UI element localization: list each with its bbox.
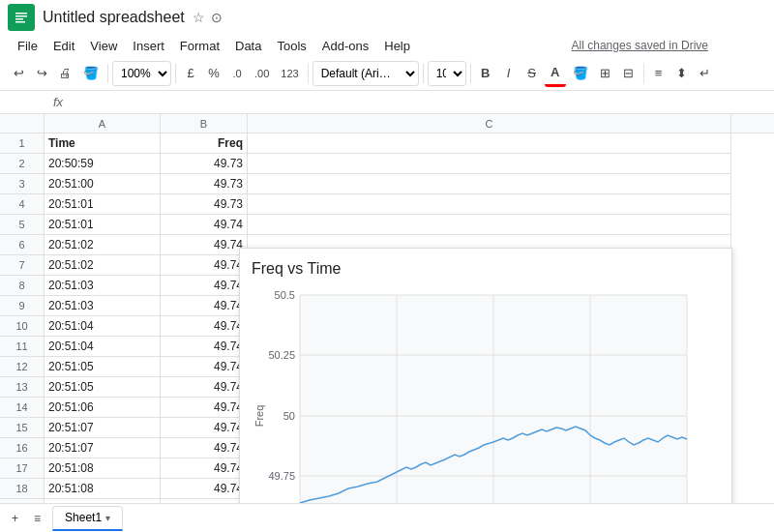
cell-c-2[interactable]: [248, 154, 731, 174]
menu-edit[interactable]: Edit: [45, 37, 82, 55]
sheet-menu-button[interactable]: ≡: [26, 506, 48, 531]
cell-a-11[interactable]: 20:51:04: [45, 337, 161, 357]
percent-button[interactable]: %: [203, 60, 224, 87]
cell-b-3[interactable]: 49.73: [161, 174, 248, 194]
cell-c-3[interactable]: [248, 174, 731, 194]
star-icon[interactable]: ☆: [193, 10, 205, 25]
separator-6: [643, 64, 644, 83]
menu-format[interactable]: Format: [172, 37, 227, 55]
cell-b-5[interactable]: 49.74: [161, 215, 248, 235]
table-row: TimeFreq: [45, 133, 731, 154]
cell-c-5[interactable]: [248, 215, 731, 235]
history-icon[interactable]: ⊙: [211, 10, 223, 25]
cell-b-11[interactable]: 49.74: [161, 337, 248, 357]
cell-b-4[interactable]: 49.73: [161, 194, 248, 215]
cell-b-14[interactable]: 49.74: [161, 398, 248, 418]
paint-format-button[interactable]: 🪣: [78, 60, 104, 87]
separator-1: [107, 64, 108, 83]
cell-c-4[interactable]: [248, 194, 731, 215]
title-bar: Untitled spreadsheet ☆ ⊙: [0, 0, 774, 35]
undo-button[interactable]: ↩: [8, 60, 29, 87]
cell-a-3[interactable]: 20:51:00: [45, 174, 161, 194]
cell-b-2[interactable]: 49.73: [161, 154, 248, 174]
decimal1-button[interactable]: .0: [226, 60, 248, 87]
cell-b-15[interactable]: 49.74: [161, 418, 248, 438]
svg-rect-1: [15, 13, 27, 15]
print-button[interactable]: 🖨: [54, 60, 76, 87]
cell-a-9[interactable]: 20:51:03: [45, 296, 161, 316]
cell-a-13[interactable]: 20:51:05: [45, 377, 161, 398]
fill-color-button[interactable]: 🪣: [568, 60, 593, 87]
cell-b-1[interactable]: Freq: [161, 133, 248, 154]
menu-tools[interactable]: Tools: [269, 37, 313, 55]
wrap-button[interactable]: ↵: [695, 60, 716, 87]
sheet1-tab[interactable]: Sheet1 ▾: [52, 506, 123, 531]
currency-button[interactable]: £: [180, 60, 201, 87]
formula-input[interactable]: [69, 96, 770, 109]
cell-a-7[interactable]: 20:51:02: [45, 255, 161, 276]
menu-view[interactable]: View: [82, 37, 125, 55]
table-row: 20:51:0149.74: [45, 215, 731, 235]
decimal2-button[interactable]: .00: [250, 60, 274, 87]
cell-b-8[interactable]: 49.74: [161, 276, 248, 296]
cell-a-8[interactable]: 20:51:03: [45, 276, 161, 296]
cell-a-17[interactable]: 20:51:08: [45, 458, 161, 479]
chart-svg: .axis-label { font-size: 11px; fill: #5f…: [252, 285, 716, 503]
add-sheet-button[interactable]: +: [4, 506, 26, 531]
menu-data[interactable]: Data: [227, 37, 269, 55]
cell-a-18[interactable]: 20:51:08: [45, 479, 161, 499]
cell-a-2[interactable]: 20:50:59: [45, 154, 161, 174]
fx-label: fx: [47, 95, 69, 109]
separator-2: [175, 64, 176, 83]
cell-a-16[interactable]: 20:51:07: [45, 438, 161, 458]
bold-button[interactable]: B: [475, 60, 496, 87]
cell-a-1[interactable]: Time: [45, 133, 161, 154]
merge-button[interactable]: ⊟: [618, 60, 640, 87]
title-icons: ☆ ⊙: [193, 10, 223, 25]
cell-b-13[interactable]: 49.74: [161, 377, 248, 398]
cell-b-9[interactable]: 49.74: [161, 296, 248, 316]
cell-a-5[interactable]: 20:51:01: [45, 215, 161, 235]
redo-button[interactable]: ↪: [31, 60, 52, 87]
font-select[interactable]: Default (Ari…: [313, 61, 419, 86]
align-button[interactable]: ≡: [648, 60, 670, 87]
fontsize-select[interactable]: 10: [428, 61, 466, 86]
font-color-button[interactable]: A: [545, 60, 566, 87]
cell-b-12[interactable]: 49.74: [161, 357, 248, 377]
col-header-c[interactable]: C: [248, 114, 731, 133]
strikethrough-button[interactable]: S: [521, 60, 543, 87]
cell-a-12[interactable]: 20:51:05: [45, 357, 161, 377]
menu-insert[interactable]: Insert: [125, 37, 172, 55]
cell-b-18[interactable]: 49.74: [161, 479, 248, 499]
borders-button[interactable]: ⊞: [595, 60, 616, 87]
menu-help[interactable]: Help: [376, 37, 418, 55]
cell-a-4[interactable]: 20:51:01: [45, 194, 161, 215]
row-num-15: 15: [0, 418, 44, 438]
cell-b-16[interactable]: 49.74: [161, 438, 248, 458]
valign-button[interactable]: ⬍: [671, 60, 693, 87]
sheet-tab-arrow[interactable]: ▾: [105, 513, 110, 523]
col-header-a[interactable]: A: [45, 114, 161, 133]
cell-b-6[interactable]: 49.74: [161, 235, 248, 255]
document-title[interactable]: Untitled spreadsheet: [43, 9, 185, 26]
cell-b-7[interactable]: 49.74: [161, 255, 248, 276]
menu-addons[interactable]: Add-ons: [314, 37, 376, 55]
row-numbers: 1234567891011121314151617181920: [0, 133, 45, 503]
cell-a-14[interactable]: 20:51:06: [45, 398, 161, 418]
cell-a-15[interactable]: 20:51:07: [45, 418, 161, 438]
cell-b-17[interactable]: 49.74: [161, 458, 248, 479]
cell-b-10[interactable]: 49.74: [161, 316, 248, 337]
cell-a-10[interactable]: 20:51:04: [45, 316, 161, 337]
svg-text:50.5: 50.5: [275, 289, 295, 301]
menu-file[interactable]: File: [10, 37, 45, 55]
table-row: 20:50:5949.73: [45, 154, 731, 174]
cell-a-6[interactable]: 20:51:02: [45, 235, 161, 255]
col-header-b[interactable]: B: [161, 114, 248, 133]
svg-text:50: 50: [283, 410, 295, 422]
format123-button[interactable]: 123: [276, 60, 303, 87]
chart-container[interactable]: Freq vs Time .axis-label { font-size: 11…: [239, 248, 732, 503]
zoom-select[interactable]: 100%: [112, 61, 171, 86]
italic-button[interactable]: I: [498, 60, 520, 87]
cell-c-1[interactable]: [248, 133, 731, 154]
row-num-18: 18: [0, 479, 44, 499]
